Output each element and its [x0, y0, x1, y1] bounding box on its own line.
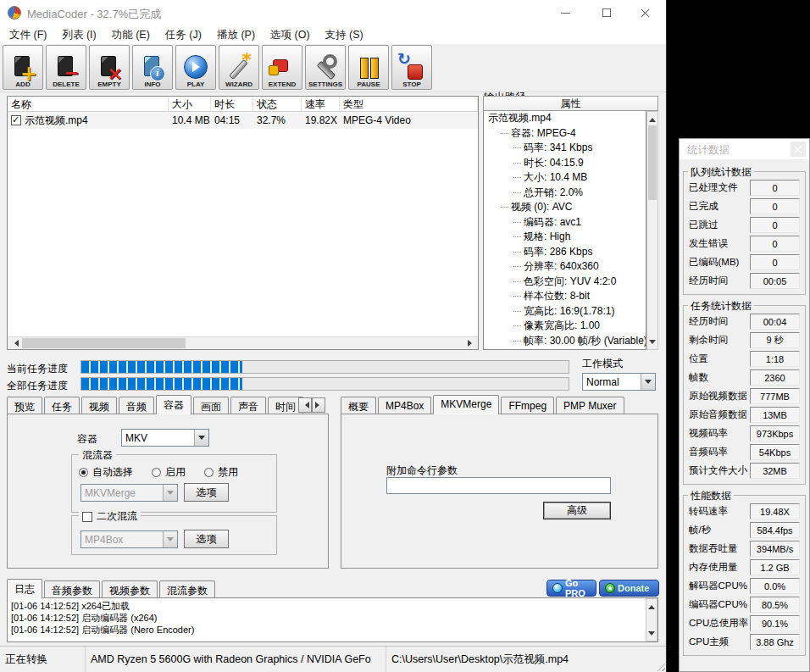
horizontal-scrollbar[interactable]	[8, 336, 478, 349]
column-header-3[interactable]: 时长	[211, 97, 253, 111]
pause-icon	[353, 54, 384, 81]
minimize-button[interactable]	[550, 0, 580, 25]
go-pro-button[interactable]: Go PRO	[546, 580, 596, 597]
muxer-mode-radio-2[interactable]: 启用	[152, 465, 186, 480]
muxer-tab-1[interactable]: 概要	[341, 397, 376, 414]
scroll-right-button[interactable]	[464, 337, 478, 349]
column-header-2[interactable]: 大小	[169, 97, 211, 111]
column-header-1[interactable]: 名称	[8, 97, 169, 111]
property-tree-item[interactable]: 视频 (0): AVC	[484, 200, 646, 215]
extra-params-input[interactable]	[386, 477, 611, 494]
muxer-mode-radio-3[interactable]: 禁用	[204, 465, 238, 480]
toolbar-button-label: PAUSE	[358, 81, 380, 88]
chevron-down-icon[interactable]	[641, 374, 655, 390]
chevron-down-icon[interactable]	[194, 430, 208, 446]
property-tree-item[interactable]: 编码器: avc1	[484, 215, 646, 230]
log-tab-3[interactable]: 视频参数	[102, 580, 158, 598]
scroll-up-button[interactable]	[646, 599, 657, 611]
property-tree-item[interactable]: 色彩空间: YUV 4:2:0	[484, 275, 646, 290]
menu-item-1[interactable]: 文件 (F)	[2, 25, 54, 44]
muxer-select[interactable]: MKVMerge	[80, 484, 178, 502]
toolbar-button-delete[interactable]: DELETE	[46, 45, 86, 90]
toolbar-button-stop[interactable]: STOP	[391, 45, 432, 90]
log-tab-2[interactable]: 音频参数	[44, 580, 100, 598]
column-header-5[interactable]: 速率	[302, 97, 340, 111]
donate-button[interactable]: ★ Donate	[599, 580, 659, 597]
muxer-tab-3[interactable]: MKVMerge	[433, 395, 499, 414]
tabs-scroll-right-button[interactable]	[312, 397, 325, 413]
scrollbar-thumb[interactable]	[22, 338, 186, 348]
property-tree-item[interactable]: 规格: High	[484, 230, 646, 245]
menu-item-7[interactable]: 支持 (S)	[318, 25, 371, 44]
property-tree-item[interactable]: 扫描: Progressive	[484, 348, 646, 350]
close-button[interactable]	[630, 0, 661, 25]
muxer-tab-5[interactable]: PMP Muxer	[556, 397, 624, 414]
advanced-button[interactable]: 高级	[543, 502, 611, 519]
property-tree-item[interactable]: 示范视频.mp4	[484, 111, 646, 126]
toolbar-button-extend[interactable]: EXTEND	[262, 45, 302, 90]
menu-item-4[interactable]: 任务 (J)	[158, 25, 209, 44]
muxer-tab-4[interactable]: FFmpeg	[501, 397, 554, 414]
file-checkbox[interactable]	[11, 115, 21, 125]
settings-tab-4[interactable]: 音频	[119, 397, 154, 414]
scrollbar-thumb[interactable]	[648, 125, 657, 200]
settings-tab-6[interactable]: 画面	[193, 397, 229, 414]
stat-row: 已编码(MB)0	[689, 254, 800, 270]
toolbar-button-wizard[interactable]: WIZARD	[219, 45, 259, 90]
table-row[interactable]: 示范视频.mp410.4 MB04:1532.7%19.82XMPEG-4 Vi…	[8, 112, 478, 129]
scroll-down-button[interactable]	[646, 629, 657, 641]
muxer-mode-radio-1[interactable]: 自动选择	[79, 465, 133, 480]
muxer-tab-2[interactable]: MP4Box	[378, 397, 431, 414]
remux-checkbox[interactable]	[82, 512, 92, 522]
container-format-select[interactable]: MKV	[121, 429, 209, 447]
stat-row: 数据吞吐量394MB/s	[689, 541, 800, 557]
scroll-down-button[interactable]	[647, 337, 657, 349]
settings-tab-2[interactable]: 任务	[44, 397, 80, 414]
close-button[interactable]	[791, 142, 806, 157]
property-tree-item[interactable]: 码率: 286 Kbps	[484, 245, 646, 260]
scroll-up-button[interactable]	[647, 112, 657, 124]
tabs-scroll-left-button[interactable]	[298, 397, 312, 413]
property-tree-item[interactable]: 容器: MPEG-4	[484, 126, 646, 142]
property-tree-item[interactable]: 像素宽高比: 1.00	[484, 319, 646, 334]
scroll-left-button[interactable]	[8, 337, 21, 349]
property-tree-item[interactable]: 码率: 341 Kbps	[484, 141, 646, 156]
statistics-titlebar[interactable]: 统计数据	[680, 139, 809, 159]
column-header-4[interactable]: 状态	[253, 97, 302, 111]
menu-item-2[interactable]: 列表 (I)	[54, 25, 103, 44]
log-tab-1[interactable]: 日志	[7, 579, 42, 598]
property-tree-item[interactable]: 样本位数: 8-bit	[484, 289, 646, 304]
log-scrollbar[interactable]	[646, 598, 657, 641]
property-tree-item[interactable]: 大小: 10.4 MB	[484, 170, 646, 186]
maximize-button[interactable]	[591, 0, 622, 25]
chevron-down-icon[interactable]	[163, 531, 177, 547]
vertical-scrollbar[interactable]	[646, 111, 658, 350]
chevron-down-icon[interactable]	[163, 485, 177, 501]
menu-item-5[interactable]: 播放 (P)	[209, 25, 263, 44]
settings-tab-3[interactable]: 视频	[81, 397, 117, 414]
property-tree-item[interactable]: 帧率: 30.00 帧/秒 (Variable)	[484, 334, 646, 349]
column-header-6[interactable]: 类型	[340, 97, 478, 111]
toolbar-button-info[interactable]: INFO	[132, 45, 173, 90]
log-panel[interactable]: [01-06 14:12:52] x264已加载[01-06 14:12:52]…	[7, 597, 658, 642]
toolbar-button-pause[interactable]: PAUSE	[348, 45, 389, 90]
toolbar-button-add[interactable]: ADD	[3, 45, 43, 90]
toolbar-button-settings[interactable]: SETTINGS	[305, 45, 346, 90]
remux-select[interactable]: MP4Box	[80, 530, 178, 548]
log-tab-4[interactable]: 混流参数	[159, 580, 215, 598]
menu-item-6[interactable]: 选项 (O)	[263, 25, 318, 44]
toolbar-button-play[interactable]: PLAY	[175, 45, 216, 90]
property-tree-item[interactable]: 总开销: 2.0%	[484, 186, 646, 201]
property-tree-item[interactable]: 时长: 04:15.9	[484, 156, 646, 171]
property-tree-item[interactable]: 分辨率: 640x360	[484, 259, 646, 275]
remux-options-button[interactable]: 选项	[184, 530, 229, 548]
toolbar-button-empty[interactable]: EMPTY	[89, 45, 130, 90]
titlebar[interactable]: MediaCoder - 32.7%已完成	[0, 0, 666, 25]
muxer-options-button[interactable]: 选项	[184, 483, 229, 502]
settings-tab-1[interactable]: 预览	[7, 397, 42, 414]
workmode-select[interactable]: Normal	[582, 373, 656, 391]
settings-tab-7[interactable]: 声音	[230, 397, 266, 414]
settings-tab-5[interactable]: 容器	[156, 395, 191, 414]
property-tree-item[interactable]: 宽高比: 16:9(1.78:1)	[484, 304, 646, 319]
menu-item-3[interactable]: 功能 (E)	[104, 25, 158, 44]
